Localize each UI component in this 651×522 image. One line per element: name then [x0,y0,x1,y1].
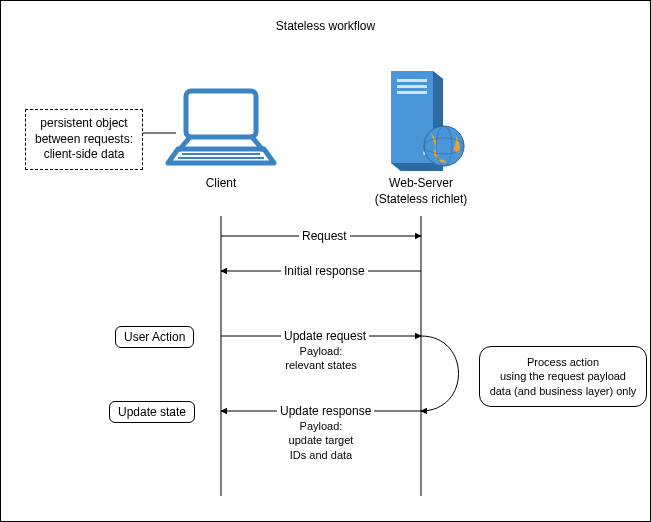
client-text: Client [206,176,237,190]
note-line2: between requests: [34,132,134,148]
process-l2: using the request payload [488,369,638,383]
server-text: Web-Server [361,176,481,192]
update-state-box: Update state [109,401,195,423]
user-action-text: User Action [124,330,185,344]
note-line3: client-side data [34,147,134,163]
svg-rect-1 [186,91,256,137]
note-line1: persistent object [34,116,134,132]
msg-request: Request [299,229,350,243]
process-action-box: Process action using the request payload… [479,346,647,407]
payload1-l1: Payload: [276,344,366,358]
msg-initial-response: Initial response [281,264,368,278]
svg-rect-6 [397,79,427,82]
diagram-frame: Stateless workflow [0,0,651,522]
user-action-box: User Action [115,326,194,348]
payload-request: Payload: relevant states [276,344,366,373]
msg-update-request: Update request [281,329,369,343]
process-l3: data (and business layer) only [488,384,638,398]
server-label: Web-Server (Stateless richlet) [361,176,481,207]
client-label: Client [176,176,266,190]
server-icon [391,71,464,171]
payload2-l1: Payload: [276,419,366,433]
svg-rect-8 [397,91,427,94]
server-sub: (Stateless richlet) [361,192,481,208]
persistent-object-note: persistent object between requests: clie… [25,109,143,170]
payload2-l2: update target [276,433,366,447]
laptop-icon [168,91,274,163]
payload-response: Payload: update target IDs and data [276,419,366,462]
msg-update-response: Update response [277,404,374,418]
payload1-l2: relevant states [276,358,366,372]
payload2-l3: IDs and data [276,448,366,462]
process-l1: Process action [488,355,638,369]
svg-rect-7 [397,85,427,88]
update-state-text: Update state [118,405,186,419]
